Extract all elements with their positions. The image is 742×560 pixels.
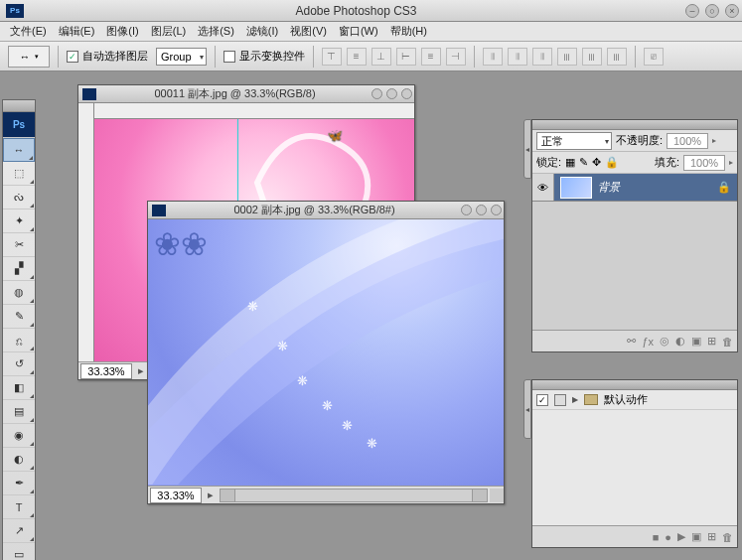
doc2-hscroll[interactable] [220,489,488,502]
pen-tool[interactable]: ✒ [3,472,35,495]
tools-grip[interactable] [3,100,35,112]
auto-align-icon[interactable]: ⎚ [644,48,664,66]
layer-mask-icon[interactable]: ◎ [660,335,669,348]
new-action-icon[interactable]: ⊞ [707,530,716,543]
history-brush-tool[interactable]: ↺ [3,352,35,376]
doc2-canvas[interactable]: ❀❀ ❋ ❋ ❋ ❋ ❋ ❋ [148,219,504,486]
lock-pixels-icon[interactable]: ✎ [579,156,588,169]
menu-help[interactable]: 帮助(H) [384,22,433,41]
stamp-tool[interactable]: ⎌ [3,329,35,352]
wand-tool[interactable]: ✦ [3,210,35,233]
layer-fx-icon[interactable]: ƒx [642,336,654,348]
expand-icon[interactable]: ▶ [572,395,578,404]
doc1-info-icon[interactable]: ▸ [134,364,148,377]
align-vcenter-icon[interactable]: ≡ [347,48,367,66]
opacity-field[interactable]: 100% [667,133,708,149]
distribute-left-icon[interactable]: ⫼ [557,48,577,66]
lasso-tool[interactable]: ᔔ [3,186,35,210]
align-top-icon[interactable]: ⊤ [322,48,342,66]
menu-select[interactable]: 选择(S) [192,22,240,41]
eraser-tool[interactable]: ◧ [3,376,35,400]
delete-action-icon[interactable]: 🗑 [722,531,733,543]
doc1-maximize[interactable] [386,88,397,99]
new-layer-icon[interactable]: ⊞ [707,335,716,348]
fill-field[interactable]: 100% [683,155,725,171]
lock-all-icon[interactable]: 🔒 [605,156,619,169]
actions-list[interactable]: ✓ ▶ 默认动作 [532,390,737,525]
record-icon[interactable]: ● [665,531,671,543]
new-set-icon[interactable]: ▣ [691,530,701,543]
minimize-button[interactable]: – [685,4,699,18]
align-left-icon[interactable]: ⊢ [396,48,416,66]
doc1-close[interactable] [401,88,412,99]
layer-visibility-icon[interactable]: 👁 [532,174,554,201]
link-layers-icon[interactable]: ⚯ [627,335,636,348]
blend-mode-dropdown[interactable]: 正常 [536,132,612,150]
document-window-2[interactable]: 0002 副本.jpg @ 33.3%(RGB/8#) ❀❀ ❋ ❋ ❋ ❋ ❋… [147,201,505,504]
ruler-vertical[interactable] [78,103,94,361]
shape-tool[interactable]: ▭ [3,543,35,560]
delete-layer-icon[interactable]: 🗑 [722,336,733,348]
distribute-vcenter-icon[interactable]: ⫴ [508,48,527,66]
layer-row-background[interactable]: 👁 背景 🔒 [532,174,737,202]
layer-thumbnail[interactable] [560,177,592,199]
distribute-bottom-icon[interactable]: ⫴ [532,48,552,66]
align-bottom-icon[interactable]: ⊥ [371,48,391,66]
adjustment-layer-icon[interactable]: ◐ [675,335,685,348]
ps-icon[interactable]: Ps [3,112,35,138]
distribute-right-icon[interactable]: ⫼ [607,48,627,66]
layers-panel-toggle[interactable]: ◂ [523,119,531,179]
menu-filter[interactable]: 滤镜(I) [240,22,284,41]
slice-tool[interactable]: ▞ [3,257,35,281]
move-tool[interactable]: ↔ [3,138,35,162]
current-tool-display[interactable]: ↔▾ [8,46,50,68]
menu-layer[interactable]: 图层(L) [145,22,192,41]
doc2-titlebar[interactable]: 0002 副本.jpg @ 33.3%(RGB/8#) [148,202,504,219]
distribute-top-icon[interactable]: ⫴ [483,48,503,66]
doc2-resize-grip[interactable] [490,489,504,502]
layers-list[interactable]: 👁 背景 🔒 [532,174,737,330]
blur-tool[interactable]: ◉ [3,424,35,448]
align-right-icon[interactable]: ⊣ [446,48,466,66]
crop-tool[interactable]: ✂ [3,233,35,257]
type-tool[interactable]: T [3,495,35,519]
action-set-row[interactable]: ✓ ▶ 默认动作 [532,390,737,410]
doc2-minimize[interactable] [461,205,472,215]
panel-grip[interactable] [532,380,737,390]
doc1-titlebar[interactable]: 00011 副本.jpg @ 33.3%(RGB/8) [78,85,414,103]
doc1-zoom[interactable]: 33.33% [80,363,132,379]
align-hcenter-icon[interactable]: ≡ [421,48,441,66]
maximize-button[interactable]: ○ [705,4,719,18]
menu-view[interactable]: 视图(V) [284,22,333,41]
brush-tool[interactable]: ✎ [3,305,35,329]
doc2-info-icon[interactable]: ▸ [204,489,218,501]
panel-grip[interactable] [532,120,737,130]
play-icon[interactable]: ▶ [677,530,685,543]
path-select-tool[interactable]: ↗ [3,519,35,543]
opacity-flyout-icon[interactable]: ▸ [712,136,716,145]
lock-position-icon[interactable]: ✥ [592,156,601,169]
menu-edit[interactable]: 编辑(E) [53,22,101,41]
doc2-zoom[interactable]: 33.33% [150,488,202,503]
menu-window[interactable]: 窗口(W) [333,22,384,41]
show-transform-checkbox[interactable] [223,51,235,63]
new-group-icon[interactable]: ▣ [691,335,701,348]
doc2-maximize[interactable] [476,205,487,215]
actions-panel-toggle[interactable]: ◂ [523,379,531,439]
heal-tool[interactable]: ◍ [3,281,35,305]
fill-flyout-icon[interactable]: ▸ [729,158,733,167]
layer-name[interactable]: 背景 [598,180,717,195]
lock-transparency-icon[interactable]: ▦ [565,156,575,169]
marquee-tool[interactable]: ⬚ [3,162,35,186]
menu-file[interactable]: 文件(E) [4,22,53,41]
distribute-hcenter-icon[interactable]: ⫼ [582,48,602,66]
auto-select-type-dropdown[interactable]: Group [156,48,207,66]
stop-icon[interactable]: ■ [653,531,660,543]
action-dialog-check[interactable] [554,394,566,406]
menu-image[interactable]: 图像(I) [100,22,144,41]
auto-select-checkbox[interactable]: ✓ [67,51,78,63]
action-toggle-check[interactable]: ✓ [536,394,548,406]
close-button[interactable]: × [725,4,739,18]
gradient-tool[interactable]: ▤ [3,400,35,424]
doc2-close[interactable] [491,205,502,215]
